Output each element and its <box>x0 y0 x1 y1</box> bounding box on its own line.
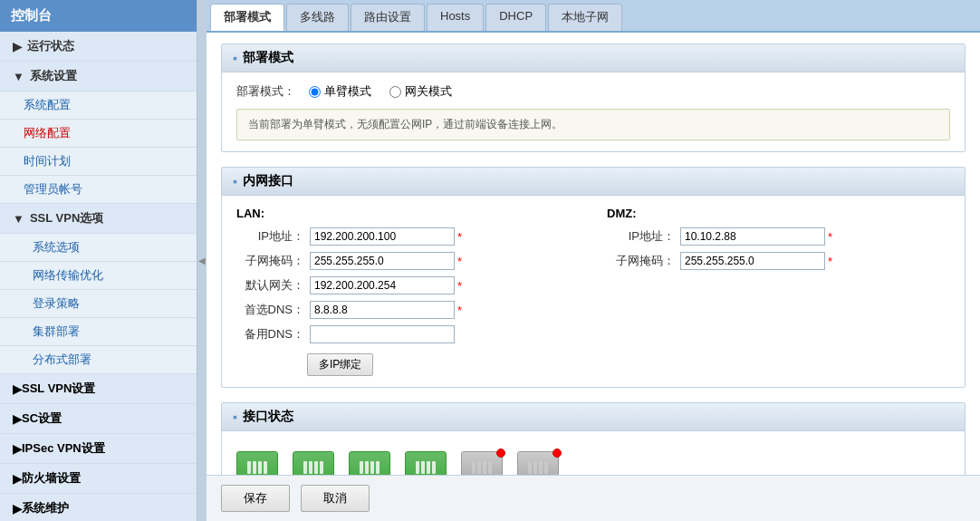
sidebar-item-system-config[interactable]: 系统配置 <box>0 92 197 120</box>
sidebar-item-sc-settings[interactable]: ▶ SC设置 <box>0 404 197 434</box>
lan-ip-label: IP地址： <box>236 228 304 245</box>
iface-line <box>416 461 419 474</box>
iface-line <box>421 461 425 474</box>
sidebar-item-ssl-vpn-options[interactable]: ▼ SSL VPN选项 <box>0 204 197 234</box>
radio-gateway-mode[interactable]: 网关模式 <box>389 83 452 100</box>
iface-line <box>360 461 363 474</box>
ipsec-vpn-settings-label: IPSec VPN设置 <box>22 440 105 457</box>
dmz-ip-label: IP地址： <box>607 228 675 245</box>
dmz-subnet-input[interactable] <box>680 252 825 270</box>
sidebar-toggle[interactable]: ◀ <box>197 0 207 521</box>
iface-line <box>376 461 380 474</box>
iface-WAN1[interactable]: WAN1 <box>349 451 390 475</box>
radio-single-input[interactable] <box>309 86 321 98</box>
sidebar-item-system-settings[interactable]: ▼ 系统设置 <box>0 62 197 92</box>
iface-WAN3-lines <box>472 461 492 474</box>
lan-subnet-row: 子网掩码： * <box>236 252 580 270</box>
sidebar-item-admin-account[interactable]: 管理员帐号 <box>0 176 197 204</box>
radio-single-mode[interactable]: 单臂模式 <box>309 83 371 100</box>
iface-line <box>544 461 548 474</box>
dmz-ip-required: * <box>828 230 832 244</box>
deploy-info-box: 当前部署为单臂模式，无须配置公网IP，通过前端设备连接上网。 <box>236 109 950 140</box>
iface-line <box>253 461 256 474</box>
sidebar-item-ssl-vpn-settings[interactable]: ▶ SSL VPN设置 <box>0 374 197 404</box>
iface-WAN4-lines <box>528 461 548 474</box>
iface-line <box>320 461 323 474</box>
iface-LAN[interactable]: LAN <box>236 451 278 475</box>
deploy-mode-section: 部署模式 部署模式： 单臂模式 网关模式 <box>221 43 966 152</box>
deploy-mode-body: 部署模式： 单臂模式 网关模式 当前部署为单臂模式，无 <box>222 72 965 151</box>
sc-settings-label: SC设置 <box>22 410 62 427</box>
dmz-ip-input[interactable] <box>680 227 825 246</box>
iface-line <box>303 461 307 474</box>
iface-line <box>528 461 532 474</box>
inner-interface-title: 内网接口 <box>222 168 965 196</box>
radio-gateway-label: 网关模式 <box>405 83 452 100</box>
time-schedule-label: 时间计划 <box>24 153 71 169</box>
wan3-error-dot <box>496 449 505 458</box>
run-status-label: 运行状态 <box>27 38 74 54</box>
tab-dhcp[interactable]: DHCP <box>485 4 546 31</box>
iface-LAN-box <box>236 451 278 475</box>
tab-deploy-mode[interactable]: 部署模式 <box>210 4 284 31</box>
dmz-col: DMZ: IP地址： * 子网掩码： * <box>607 207 950 376</box>
multi-ip-button[interactable]: 多IP绑定 <box>307 353 373 376</box>
lan-subnet-input[interactable] <box>310 252 455 270</box>
sidebar-item-net-opt[interactable]: 网络传输优化 <box>0 262 197 290</box>
sidebar-item-sys-options[interactable]: 系统选项 <box>0 234 197 262</box>
sidebar-item-sys-maintenance[interactable]: ▶ 系统维护 <box>0 494 197 521</box>
cluster-deploy-label: 集群部署 <box>33 323 80 340</box>
save-button[interactable]: 保存 <box>221 485 290 512</box>
sidebar-item-login-strategy[interactable]: 登录策略 <box>0 290 197 318</box>
login-strategy-label: 登录策略 <box>33 295 80 312</box>
iface-line <box>488 461 492 474</box>
sidebar-item-dist-deploy[interactable]: 分布式部署 <box>0 346 197 374</box>
iface-WAN3[interactable]: WAN3 <box>461 451 503 475</box>
sidebar-item-cluster-deploy[interactable]: 集群部署 <box>0 318 197 346</box>
ssl-vpn-settings-label: SSL VPN设置 <box>22 381 95 397</box>
lan-dns2-input[interactable] <box>310 325 455 343</box>
iface-WAN3-box <box>461 451 503 475</box>
sidebar-header: 控制台 <box>0 0 197 32</box>
dmz-ip-row: IP地址： * <box>607 227 950 246</box>
tab-multi-route[interactable]: 多线路 <box>286 4 349 31</box>
iface-line <box>472 461 476 474</box>
sidebar-item-time-schedule[interactable]: 时间计划 <box>0 148 197 176</box>
iface-WAN1-box <box>349 451 390 475</box>
deploy-mode-row: 部署模式： 单臂模式 网关模式 <box>236 83 950 100</box>
iface-line <box>483 461 486 474</box>
iface-WAN2-lines <box>416 461 436 474</box>
tab-bar: 部署模式 多线路 路由设置 Hosts DHCP 本地子网 <box>207 0 980 33</box>
inner-interface-body: LAN: IP地址： * 子网掩码： * <box>222 196 965 387</box>
iface-line <box>258 461 262 474</box>
sys-maintenance-label: 系统维护 <box>22 500 69 516</box>
lan-dns1-input[interactable] <box>310 301 455 319</box>
iface-WAN2[interactable]: WAN2 <box>405 451 447 475</box>
tab-route-settings[interactable]: 路由设置 <box>351 4 425 31</box>
sidebar-item-firewall-settings[interactable]: ▶ 防火墙设置 <box>0 464 197 494</box>
lan-gateway-row: 默认网关： * <box>236 276 580 294</box>
tab-hosts[interactable]: Hosts <box>427 4 484 31</box>
lan-col: LAN: IP地址： * 子网掩码： * <box>236 207 580 376</box>
radio-single-label: 单臂模式 <box>324 83 371 100</box>
sidebar-item-ipsec-vpn-settings[interactable]: ▶ IPSec VPN设置 <box>0 434 197 464</box>
iface-WAN4[interactable]: WAN4 <box>517 451 559 475</box>
sidebar-item-run-status[interactable]: ▶ 运行状态 <box>0 32 197 62</box>
lan-gateway-input[interactable] <box>310 276 455 294</box>
lan-ip-input[interactable] <box>310 227 455 246</box>
radio-gateway-input[interactable] <box>389 86 401 98</box>
sidebar-item-network-config[interactable]: 网络配置 <box>0 120 197 148</box>
tab-local-subnet[interactable]: 本地子网 <box>548 4 622 31</box>
dmz-subnet-required: * <box>828 255 832 268</box>
radio-group: 单臂模式 网关模式 <box>309 83 452 100</box>
iface-WAN1-lines <box>360 461 380 474</box>
firewall-settings-label: 防火墙设置 <box>22 470 81 487</box>
dmz-subnet-label: 子网掩码： <box>607 253 675 269</box>
lan-dns1-row: 首选DNS： * <box>236 301 580 319</box>
lan-dns2-label: 备用DNS： <box>236 326 304 343</box>
cancel-button[interactable]: 取消 <box>301 485 370 512</box>
interface-status-title: 接口状态 <box>222 403 965 431</box>
iface-line <box>264 461 267 474</box>
iface-DMZ[interactable]: DMZ <box>293 451 334 475</box>
interface-status-section: 接口状态 <box>221 402 966 475</box>
